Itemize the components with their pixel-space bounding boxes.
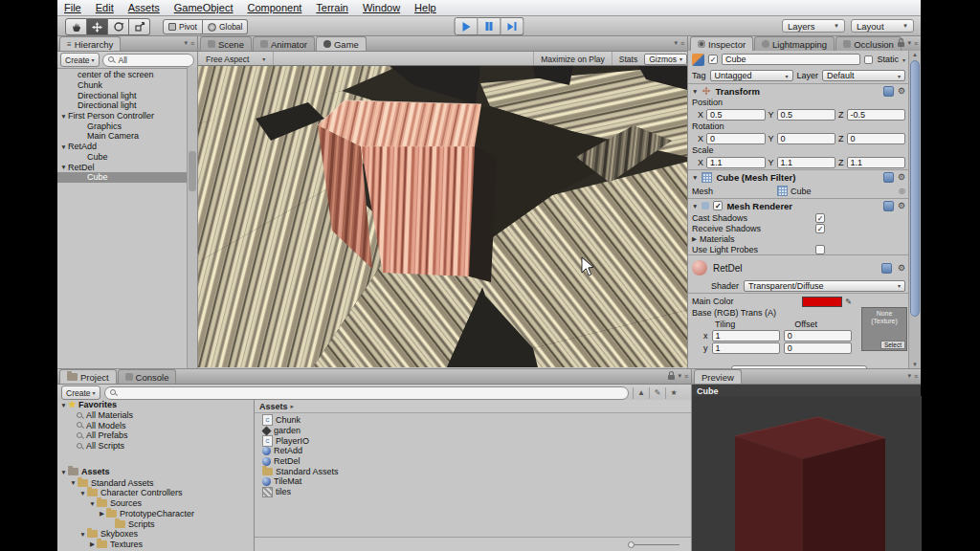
- scale-x-field[interactable]: 1.1: [706, 157, 765, 168]
- shader-dropdown[interactable]: Transparent/Diffuse: [744, 280, 905, 292]
- aspect-dropdown[interactable]: Free Aspect: [198, 52, 274, 66]
- position-x-field[interactable]: 0.5: [706, 109, 765, 121]
- hierarchy-panel-menu[interactable]: ▾≡: [184, 39, 194, 47]
- rotation-z-field[interactable]: 0: [847, 133, 905, 144]
- active-checkbox[interactable]: ✓: [708, 55, 718, 64]
- help-icon[interactable]: [883, 172, 894, 183]
- tab-animator[interactable]: Animator: [253, 36, 315, 51]
- inspector-scrollbar[interactable]: ▲ ▼: [908, 51, 921, 368]
- project-search-input[interactable]: [104, 386, 629, 400]
- tab-preview[interactable]: Preview: [694, 369, 742, 384]
- layer-dropdown[interactable]: Default: [822, 70, 905, 81]
- favorites-item[interactable]: All Prefabs: [57, 430, 254, 441]
- hierarchy-item[interactable]: ▼RetAdd: [57, 142, 197, 152]
- lock-icon[interactable]: [668, 375, 675, 380]
- tab-scene[interactable]: Scene: [200, 36, 252, 51]
- cast-shadows-checkbox[interactable]: ✓: [815, 213, 825, 223]
- scale-tool-button[interactable]: [129, 18, 150, 35]
- hierarchy-search-input[interactable]: All: [102, 54, 194, 67]
- tab-hierarchy[interactable]: ≡ Hierarchy: [59, 36, 121, 51]
- project-create-button[interactable]: Create: [61, 386, 100, 400]
- gizmos-dropdown[interactable]: Gizmos: [644, 54, 687, 65]
- tab-game[interactable]: Game: [316, 36, 367, 51]
- favorites-item[interactable]: All Scripts: [57, 441, 254, 452]
- material-header[interactable]: RetDel ⚙: [688, 254, 909, 278]
- scale-z-field[interactable]: 1.1: [847, 157, 905, 168]
- asset-item[interactable]: TileMat: [255, 476, 691, 487]
- transform-header[interactable]: ▼ Transform ⚙: [688, 83, 909, 98]
- tab-console[interactable]: Console: [118, 369, 177, 384]
- maximize-on-play-button[interactable]: Maximize on Play: [533, 52, 612, 66]
- hierarchy-item[interactable]: ▼First Person Controller: [57, 111, 197, 121]
- scroll-down-icon[interactable]: ▼: [909, 362, 921, 367]
- hierarchy-item[interactable]: Graphics: [57, 121, 197, 131]
- thumbnail-zoom-slider[interactable]: [628, 541, 679, 548]
- static-checkbox[interactable]: [864, 55, 873, 64]
- position-z-field[interactable]: -0.5: [847, 109, 905, 121]
- static-dropdown-caret[interactable]: ▾: [902, 56, 905, 63]
- move-tool-button[interactable]: [87, 18, 108, 35]
- folder-tree-item[interactable]: ▶PrototypeCharacter: [57, 509, 254, 519]
- game-viewport[interactable]: [198, 65, 687, 367]
- position-y-field[interactable]: 0.5: [777, 109, 835, 121]
- tab-lightmapping[interactable]: Lightmapping: [754, 36, 835, 51]
- offset-x-field[interactable]: 0: [784, 330, 852, 342]
- hand-tool-button[interactable]: [65, 18, 87, 35]
- menu-terrain[interactable]: Terrain: [316, 2, 348, 13]
- tab-inspector[interactable]: Inspector: [690, 36, 753, 51]
- scrollbar-thumb[interactable]: [910, 60, 920, 317]
- object-name-field[interactable]: Cube: [722, 54, 860, 65]
- hierarchy-item[interactable]: Chunk: [57, 80, 197, 91]
- menu-help[interactable]: Help: [414, 2, 436, 13]
- filter-label-icon[interactable]: ✎: [649, 387, 665, 399]
- game-panel-menu[interactable]: ▾≡: [674, 39, 684, 47]
- hierarchy-item[interactable]: ▼RetDel: [57, 162, 197, 172]
- tiling-x-field[interactable]: 1: [712, 330, 780, 342]
- folder-tree-item[interactable]: ▼Skyboxes: [57, 529, 254, 540]
- light-probes-checkbox[interactable]: [815, 245, 825, 254]
- menu-component[interactable]: Component: [247, 2, 301, 13]
- rotation-y-field[interactable]: 0: [777, 133, 835, 144]
- receive-shadows-checkbox[interactable]: ✓: [815, 224, 825, 233]
- slider-knob[interactable]: [628, 541, 635, 548]
- favorites-item[interactable]: All Models: [57, 420, 254, 430]
- hierarchy-create-button[interactable]: Create: [60, 53, 100, 67]
- gear-icon[interactable]: ⚙: [898, 264, 905, 273]
- texture-select-button[interactable]: Select: [880, 341, 905, 349]
- scale-y-field[interactable]: 1.1: [777, 157, 835, 168]
- scroll-up-icon[interactable]: ▲: [909, 52, 921, 57]
- hierarchy-scrollbar[interactable]: [187, 67, 197, 368]
- tab-occlusion[interactable]: Occlusion: [835, 36, 902, 51]
- mesh-renderer-header[interactable]: ▼ ✓ Mesh Renderer ⚙: [688, 198, 909, 212]
- menu-file[interactable]: File: [64, 2, 81, 13]
- folder-tree-item[interactable]: ▼Sources: [57, 498, 254, 509]
- renderer-enabled-checkbox[interactable]: ✓: [713, 201, 723, 210]
- gear-icon[interactable]: ⚙: [898, 87, 905, 96]
- layout-dropdown[interactable]: Layout: [851, 19, 914, 33]
- asset-item[interactable]: tiles: [255, 487, 691, 497]
- asset-item[interactable]: CChunk: [255, 415, 691, 426]
- pause-button[interactable]: [479, 17, 501, 35]
- pivot-button[interactable]: Pivot: [163, 19, 203, 34]
- filter-favorite-icon[interactable]: ★: [665, 387, 681, 399]
- rotate-tool-button[interactable]: [108, 18, 129, 35]
- menu-edit[interactable]: Edit: [96, 2, 114, 13]
- preview-panel-menu[interactable]: ▾≡: [907, 372, 918, 380]
- help-icon[interactable]: [883, 201, 894, 211]
- preview-viewport[interactable]: [692, 396, 921, 551]
- step-button[interactable]: [501, 17, 524, 35]
- gear-icon[interactable]: ⚙: [898, 202, 905, 210]
- menu-assets[interactable]: Assets: [128, 2, 160, 13]
- breadcrumb[interactable]: Assets: [255, 400, 691, 413]
- hierarchy-item[interactable]: Directional light: [57, 90, 197, 100]
- mesh-filter-header[interactable]: ▼ Cube (Mesh Filter) ⚙: [688, 169, 909, 184]
- help-icon[interactable]: [881, 263, 892, 274]
- tiling-y-field[interactable]: 1: [712, 342, 780, 354]
- foldout-arrow[interactable]: ▼: [692, 174, 698, 181]
- main-color-swatch[interactable]: [802, 297, 842, 307]
- project-panel-menu[interactable]: ▾≡: [668, 372, 688, 380]
- tag-dropdown[interactable]: Untagged: [710, 70, 793, 81]
- asset-item[interactable]: Standard Assets: [255, 466, 691, 476]
- asset-item[interactable]: garden: [255, 426, 691, 436]
- play-button[interactable]: [455, 17, 479, 35]
